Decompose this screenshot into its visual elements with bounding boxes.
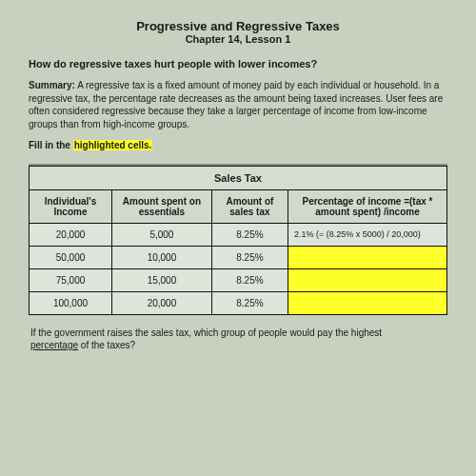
- cell-income: 75,000: [30, 269, 112, 292]
- footer-underlined: percentage: [30, 340, 78, 350]
- sales-tax-table: Sales Tax Individual's Income Amount spe…: [29, 166, 447, 315]
- fillin-highlighted: highlighted cells.: [73, 140, 153, 150]
- summary-label: Summary:: [29, 80, 75, 90]
- cell-percentage: 2.1% (= (8.25% x 5000) / 20,000): [288, 224, 446, 247]
- cell-tax: 8.25%: [211, 269, 288, 292]
- table-title: Sales Tax: [30, 167, 447, 190]
- summary-text: A regressive tax is a fixed amount of mo…: [29, 80, 443, 129]
- doc-subtitle: Chapter 14, Lesson 1: [29, 33, 447, 45]
- footer-line2-suffix: of the taxes?: [78, 340, 135, 350]
- heading-question: How do regressive taxes hurt people with…: [29, 58, 447, 69]
- cell-tax: 8.25%: [211, 224, 288, 247]
- table-row: 50,000 10,000 8.25%: [30, 247, 447, 269]
- cell-income: 100,000: [30, 292, 112, 315]
- cell-income: 50,000: [30, 247, 112, 269]
- cell-percentage-highlighted[interactable]: [288, 247, 446, 269]
- cell-spent: 20,000: [111, 292, 211, 315]
- fill-in-instruction: Fill in the highlighted cells.: [29, 140, 447, 150]
- col-header-tax: Amount of sales tax: [211, 190, 288, 224]
- cell-spent: 5,000: [111, 224, 211, 247]
- doc-title: Progressive and Regressive Taxes: [29, 19, 447, 33]
- cell-percentage-highlighted[interactable]: [288, 269, 446, 292]
- cell-spent: 10,000: [111, 247, 211, 269]
- table-row: 75,000 15,000 8.25%: [30, 269, 447, 292]
- cell-tax: 8.25%: [211, 247, 288, 269]
- fillin-prefix: Fill in the: [29, 140, 73, 150]
- footer-line1: If the government raises the sales tax, …: [30, 327, 382, 338]
- footer-question: If the government raises the sales tax, …: [30, 327, 446, 351]
- summary-block: Summary: A regressive tax is a fixed amo…: [29, 79, 447, 130]
- col-header-percentage: Percentage of income =(tax * amount spen…: [288, 190, 446, 224]
- cell-income: 20,000: [30, 224, 112, 247]
- table-row: 20,000 5,000 8.25% 2.1% (= (8.25% x 5000…: [30, 224, 447, 247]
- cell-percentage-highlighted[interactable]: [288, 292, 446, 315]
- cell-tax: 8.25%: [211, 292, 288, 315]
- col-header-spent: Amount spent on essentials: [111, 190, 211, 224]
- col-header-income: Individual's Income: [30, 190, 112, 224]
- table-row: 100,000 20,000 8.25%: [30, 292, 447, 315]
- worksheet-page: Progressive and Regressive Taxes Chapter…: [29, 19, 447, 351]
- cell-spent: 15,000: [111, 269, 211, 292]
